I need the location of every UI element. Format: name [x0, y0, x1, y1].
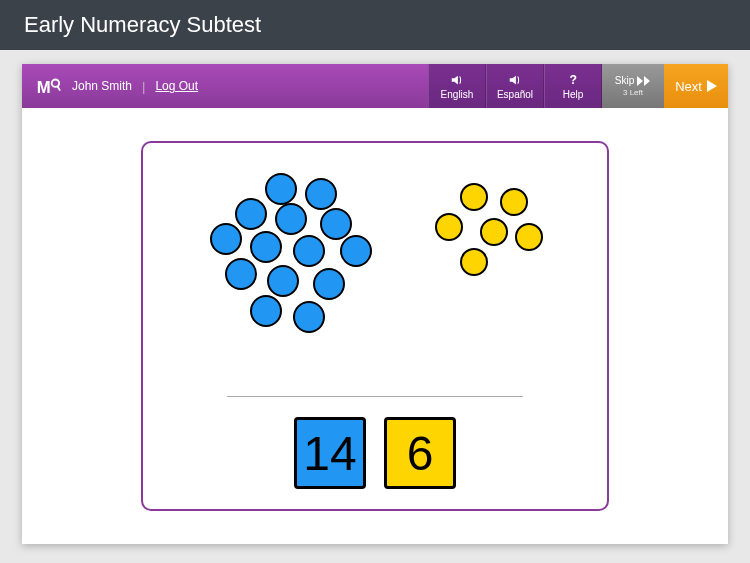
blue-dot	[275, 203, 307, 235]
question-card: 14 6	[141, 141, 609, 511]
skip-button[interactable]: Skip 3 Left	[602, 64, 664, 108]
english-audio-button[interactable]: English	[428, 64, 486, 108]
svg-text:M: M	[37, 78, 51, 97]
yellow-dot	[500, 188, 528, 216]
yellow-dot	[460, 248, 488, 276]
content-area: 14 6	[22, 108, 728, 544]
logout-link[interactable]: Log Out	[155, 79, 198, 93]
skip-label: Skip	[615, 75, 634, 86]
divider-line	[227, 396, 524, 397]
yellow-dot	[515, 223, 543, 251]
blue-dot	[320, 208, 352, 240]
blue-dot	[340, 235, 372, 267]
page-title: Early Numeracy Subtest	[0, 0, 750, 50]
toolbar-left: M John Smith | Log Out	[22, 64, 428, 108]
blue-dot-cluster	[205, 173, 395, 343]
blue-dot	[293, 235, 325, 267]
answer-tile-6[interactable]: 6	[384, 417, 456, 489]
svg-line-2	[57, 86, 60, 91]
next-button[interactable]: Next	[664, 64, 728, 108]
fast-forward-icon	[637, 76, 651, 86]
blue-dot	[305, 178, 337, 210]
svg-text:?: ?	[570, 73, 577, 87]
english-label: English	[441, 89, 474, 100]
blue-dot	[210, 223, 242, 255]
yellow-dot-cluster	[425, 183, 545, 293]
blue-dot	[250, 231, 282, 263]
app-window: M John Smith | Log Out English Español ?…	[22, 64, 728, 544]
dots-area	[205, 173, 545, 388]
sound-icon	[508, 73, 522, 87]
next-label: Next	[675, 79, 702, 94]
skip-remaining: 3 Left	[623, 88, 643, 97]
help-button[interactable]: ? Help	[544, 64, 602, 108]
blue-dot	[267, 265, 299, 297]
divider: |	[142, 79, 145, 94]
answer-tile-14[interactable]: 14	[294, 417, 366, 489]
blue-dot	[225, 258, 257, 290]
espanol-label: Español	[497, 89, 533, 100]
blue-dot	[250, 295, 282, 327]
blue-dot	[265, 173, 297, 205]
yellow-dot	[460, 183, 488, 211]
blue-dot	[235, 198, 267, 230]
help-icon: ?	[566, 73, 580, 87]
answer-choices: 14 6	[294, 417, 456, 489]
espanol-audio-button[interactable]: Español	[486, 64, 544, 108]
app-logo-icon: M	[34, 72, 62, 100]
blue-dot	[293, 301, 325, 333]
play-icon	[707, 80, 717, 92]
help-label: Help	[563, 89, 584, 100]
sound-icon	[450, 73, 464, 87]
yellow-dot	[435, 213, 463, 241]
toolbar: M John Smith | Log Out English Español ?…	[22, 64, 728, 108]
yellow-dot	[480, 218, 508, 246]
blue-dot	[313, 268, 345, 300]
user-name: John Smith	[72, 79, 132, 93]
